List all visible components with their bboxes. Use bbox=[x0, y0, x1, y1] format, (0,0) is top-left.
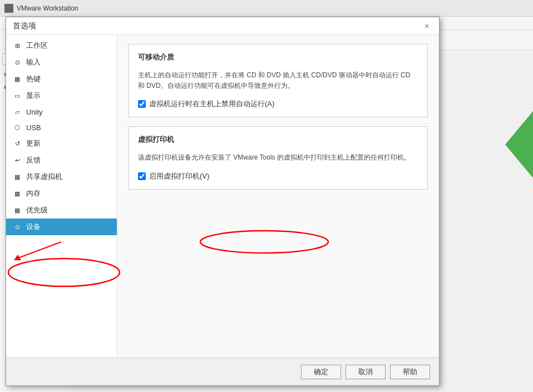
unity-icon: ▱ bbox=[13, 107, 22, 116]
vmware-title: VMware Workstation bbox=[17, 4, 78, 12]
section1-checkbox-row: 虚拟机运行时在主机上禁用自动运行(A) bbox=[138, 99, 418, 109]
section1-checkbox[interactable] bbox=[138, 100, 146, 108]
dialog-content: 可移动介质 主机上的自动运行功能打开，并在将 CD 和 DVD 插入主机 CD/… bbox=[117, 35, 439, 358]
input-icon: ⊙ bbox=[13, 58, 22, 67]
priority-icon: ▦ bbox=[13, 206, 22, 215]
nav-item-hotkey[interactable]: ▦ 热键 bbox=[6, 71, 117, 87]
dialog-title: 首选项 bbox=[13, 21, 36, 31]
nav-item-update[interactable]: ↺ 更新 bbox=[6, 135, 117, 152]
display-icon: ▭ bbox=[13, 91, 22, 100]
vmware-titlebar: VMware Workstation bbox=[0, 0, 533, 17]
hotkey-icon: ▦ bbox=[13, 75, 22, 83]
section1-title: 可移动介质 bbox=[138, 52, 418, 64]
section2-checkbox-label: 启用虚拟打印机(V) bbox=[149, 171, 209, 181]
devices-icon: ⊙ bbox=[13, 222, 22, 231]
virtual-printer-section: 虚拟打印机 该虚拟打印机设备允许在安装了 VMware Tools 的虚拟机中打… bbox=[129, 126, 428, 189]
preferences-dialog: 首选项 × ⊞ 工作区 ⊙ 输入 ▦ 热键 ▭ 显示 ▱ Uni bbox=[6, 17, 440, 386]
dialog-body: ⊞ 工作区 ⊙ 输入 ▦ 热键 ▭ 显示 ▱ Unity ⬡ USB bbox=[6, 35, 439, 358]
section2-title: 虚拟打印机 bbox=[138, 135, 418, 147]
nav-item-priority[interactable]: ▦ 优先级 bbox=[6, 202, 117, 219]
dialog-titlebar: 首选项 × bbox=[6, 17, 439, 35]
vmware-icon bbox=[4, 4, 13, 13]
dialog-nav: ⊞ 工作区 ⊙ 输入 ▦ 热键 ▭ 显示 ▱ Unity ⬡ USB bbox=[6, 35, 117, 358]
section2-desc: 该虚拟打印机设备允许在安装了 VMware Tools 的虚拟机中打印到主机上配… bbox=[138, 152, 418, 163]
section1-checkbox-label: 虚拟机运行时在主机上禁用自动运行(A) bbox=[149, 99, 274, 109]
shared-vm-icon: ▦ bbox=[13, 172, 22, 181]
usb-icon: ⬡ bbox=[13, 123, 22, 132]
nav-item-feedback[interactable]: ↩ 反馈 bbox=[6, 152, 117, 168]
green-triangle-decoration bbox=[505, 111, 533, 178]
workspace-icon: ⊞ bbox=[13, 41, 22, 50]
nav-item-input[interactable]: ⊙ 输入 bbox=[6, 54, 117, 71]
nav-item-devices[interactable]: ⊙ 设备 bbox=[6, 219, 117, 235]
memory-icon: ▦ bbox=[13, 189, 22, 198]
feedback-icon: ↩ bbox=[13, 156, 22, 165]
dialog-close-button[interactable]: × bbox=[421, 21, 432, 32]
nav-item-workspace[interactable]: ⊞ 工作区 bbox=[6, 37, 117, 54]
nav-item-display[interactable]: ▭ 显示 bbox=[6, 87, 117, 104]
nav-item-unity[interactable]: ▱ Unity bbox=[6, 104, 117, 120]
nav-item-usb[interactable]: ⬡ USB bbox=[6, 120, 117, 135]
section2-checkbox-row: 启用虚拟打印机(V) bbox=[138, 171, 418, 181]
section1-desc: 主机上的自动运行功能打开，并在将 CD 和 DVD 插入主机 CD/DVD 驱动… bbox=[138, 70, 418, 91]
removable-media-section: 可移动介质 主机上的自动运行功能打开，并在将 CD 和 DVD 插入主机 CD/… bbox=[129, 44, 428, 117]
nav-item-shared-vm[interactable]: ▦ 共享虚拟机 bbox=[6, 168, 117, 185]
confirm-button[interactable]: 确定 bbox=[301, 365, 341, 379]
nav-item-memory[interactable]: ▦ 内存 bbox=[6, 185, 117, 202]
help-button[interactable]: 帮助 bbox=[390, 365, 430, 379]
dialog-footer: 确定 取消 帮助 bbox=[6, 358, 439, 385]
cancel-button[interactable]: 取消 bbox=[346, 365, 386, 379]
update-icon: ↺ bbox=[13, 139, 22, 148]
section2-checkbox[interactable] bbox=[138, 172, 146, 180]
